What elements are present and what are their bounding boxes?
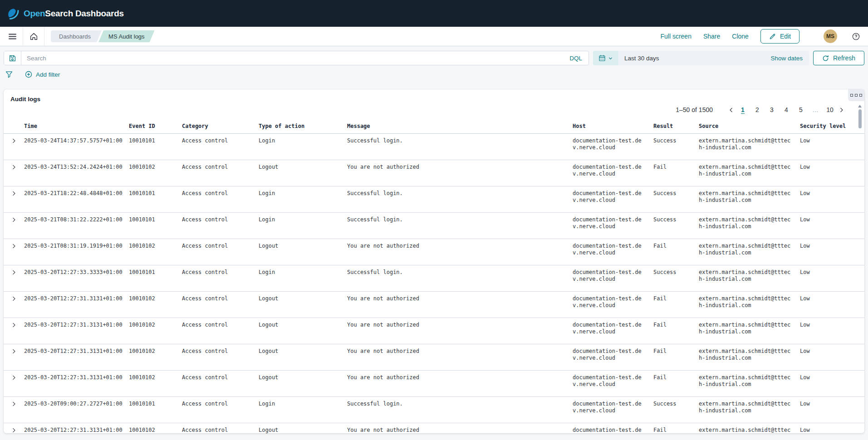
pager-pages: 12345…10	[737, 105, 836, 114]
expand-row-button[interactable]	[4, 186, 24, 208]
cell-category: Access control	[182, 318, 259, 340]
cell-category: Access control	[182, 160, 259, 182]
column-header-message: Message	[347, 123, 573, 131]
cell-host: documentation-test.dev.nerve.cloud	[573, 344, 653, 366]
chevron-right-icon	[11, 322, 17, 328]
cell-time: 2025-03-20T12:27:31.3131+01:00	[24, 292, 129, 313]
panel-scrollbar[interactable]	[858, 105, 862, 430]
clone-button[interactable]: Clone	[732, 33, 749, 40]
cell-time: 2025-03-20T12:27:31.3131+01:00	[24, 318, 129, 340]
expand-row-button[interactable]	[4, 160, 24, 182]
date-range-label[interactable]: Last 30 days	[618, 55, 659, 62]
chevron-right-icon	[11, 217, 17, 223]
add-filter-label: Add filter	[36, 71, 60, 78]
cell-type-of-action: Logout	[259, 371, 347, 392]
cell-category: Access control	[182, 186, 259, 208]
filter-button[interactable]	[5, 71, 13, 78]
chevron-right-icon	[11, 401, 17, 407]
home-button[interactable]	[27, 29, 40, 43]
cell-host: documentation-test.dev.nerve.cloud	[573, 371, 653, 392]
share-button[interactable]: Share	[703, 33, 720, 40]
expand-row-button[interactable]	[4, 423, 24, 433]
column-header-event-id: Event ID	[129, 123, 182, 131]
column-header-source: Source	[699, 123, 800, 131]
search-input[interactable]	[21, 51, 563, 65]
page-button-5[interactable]: 5	[795, 105, 807, 114]
cell-host: documentation-test.dev.nerve.cloud	[573, 134, 653, 156]
expand-row-button[interactable]	[4, 239, 24, 261]
cell-message: Successful login.	[347, 213, 573, 235]
expand-row-button[interactable]	[4, 292, 24, 313]
cell-type-of-action: Login	[259, 213, 347, 235]
add-filter-button[interactable]: Add filter	[25, 71, 60, 78]
audit-logs-table: TimeEvent IDCategoryType of actionMessag…	[4, 122, 864, 433]
cell-category: Access control	[182, 265, 259, 287]
cell-category: Access control	[182, 134, 259, 156]
show-dates-button[interactable]: Show dates	[770, 55, 809, 62]
menu-button[interactable]	[5, 29, 19, 43]
panel-options-button[interactable]	[848, 89, 864, 101]
previous-page-button[interactable]	[728, 107, 734, 113]
table-row: 2025-03-20T12:27:31.3131+01:0010010102Ac…	[4, 371, 864, 397]
expand-row-button[interactable]	[4, 397, 24, 419]
cell-time: 2025-03-20T12:27:33.3333+01:00	[24, 265, 129, 287]
cell-host: documentation-test.dev.nerve.cloud	[573, 423, 653, 433]
cell-event-id: 10010101	[129, 265, 182, 287]
cell-security-level: Low	[800, 186, 864, 208]
cell-result: Fail	[653, 344, 699, 366]
top-banner: OpenSearch Dashboards	[0, 0, 868, 27]
cell-security-level: Low	[800, 213, 864, 235]
page-button-2[interactable]: 2	[751, 105, 763, 114]
table-row: 2025-03-20T12:27:31.3131+01:0010010102Ac…	[4, 423, 864, 433]
page-button-4[interactable]: 4	[780, 105, 792, 114]
scrollbar-thumb[interactable]	[858, 109, 862, 128]
cell-source: extern.martina.schmidt@tttech-industrial…	[699, 265, 800, 287]
dql-button[interactable]: DQL	[563, 51, 588, 65]
cell-category: Access control	[182, 292, 259, 313]
avatar[interactable]: MS	[824, 29, 837, 43]
cell-result: Success	[653, 397, 699, 419]
page-button-10[interactable]: 10	[824, 105, 836, 114]
cell-result: Success	[653, 186, 699, 208]
page-button-3[interactable]: 3	[766, 105, 778, 114]
expand-row-button[interactable]	[4, 265, 24, 287]
cell-message: You are not authorized	[347, 239, 573, 261]
full-screen-button[interactable]: Full screen	[660, 33, 691, 40]
cell-host: documentation-test.dev.nerve.cloud	[573, 160, 653, 182]
help-button[interactable]	[849, 29, 863, 43]
refresh-button-label: Refresh	[833, 54, 855, 62]
cell-time: 2025-03-21T18:22:48.4848+01:00	[24, 186, 129, 208]
cell-message: Successful login.	[347, 134, 573, 156]
table-row: 2025-03-21T18:22:48.4848+01:0010010101Ac…	[4, 186, 864, 213]
edit-button[interactable]: Edit	[760, 29, 799, 44]
expand-row-button[interactable]	[4, 318, 24, 340]
chevron-right-icon	[11, 375, 17, 381]
panel-title: Audit logs	[4, 89, 864, 103]
chevron-right-icon	[11, 243, 17, 249]
scroll-up-icon[interactable]	[858, 105, 862, 108]
breadcrumb-dashboards[interactable]: Dashboards	[51, 30, 102, 42]
breadcrumb: Dashboards MS Audit logs	[51, 30, 155, 42]
refresh-button[interactable]: Refresh	[813, 51, 864, 65]
pager-ellipsis: …	[809, 105, 821, 114]
page-button-1[interactable]: 1	[737, 105, 749, 114]
expand-row-button[interactable]	[4, 344, 24, 366]
expand-row-button[interactable]	[4, 213, 24, 235]
cell-security-level: Low	[800, 239, 864, 261]
cell-type-of-action: Login	[259, 397, 347, 419]
cell-event-id: 10010102	[129, 292, 182, 313]
cell-event-id: 10010102	[129, 344, 182, 366]
cell-type-of-action: Logout	[259, 160, 347, 182]
pagination: 1–50 of 1500 12345…10	[4, 105, 864, 114]
breadcrumb-ms-audit-logs[interactable]: MS Audit logs	[98, 30, 155, 42]
cell-time: 2025-03-20T12:27:31.3131+01:00	[24, 344, 129, 366]
save-query-button[interactable]	[4, 51, 21, 65]
expand-row-button[interactable]	[4, 371, 24, 392]
expand-row-button[interactable]	[4, 134, 24, 156]
next-page-button[interactable]	[839, 107, 844, 113]
cell-event-id: 10010102	[129, 371, 182, 392]
cell-category: Access control	[182, 239, 259, 261]
cell-time: 2025-03-24T14:37:57.5757+01:00	[24, 134, 129, 156]
date-picker-button[interactable]	[593, 51, 618, 65]
table-row: 2025-03-24T14:37:57.5757+01:0010010101Ac…	[4, 134, 864, 160]
